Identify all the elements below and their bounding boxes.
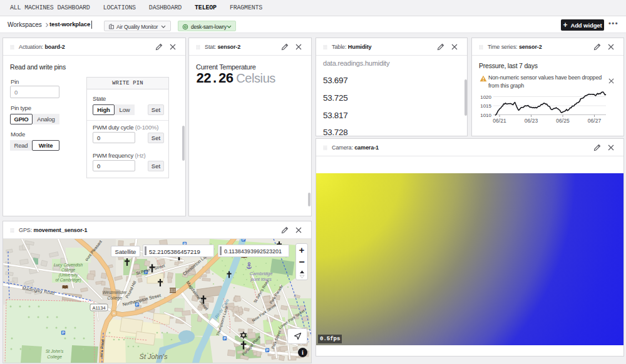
svg-text:College: College xyxy=(107,296,122,301)
svg-text:P: P xyxy=(266,348,269,352)
svg-text:College: College xyxy=(47,355,62,360)
svg-text:Lucy Cavendish: Lucy Cavendish xyxy=(54,263,83,268)
svg-text:St John's: St John's xyxy=(140,353,168,360)
svg-text:06/25: 06/25 xyxy=(556,118,570,124)
svg-text:06/27: 06/27 xyxy=(588,118,602,124)
svg-text:P: P xyxy=(62,331,64,335)
svg-text:1010: 1010 xyxy=(480,113,491,118)
svg-text:A1134: A1134 xyxy=(92,305,105,311)
svg-text:(University: (University xyxy=(59,273,78,278)
svg-text:punt tours: punt tours xyxy=(250,276,272,282)
svg-text:Westminster: Westminster xyxy=(103,290,127,295)
svg-text:P: P xyxy=(223,336,226,340)
svg-text:College: College xyxy=(61,268,75,273)
svg-text:06/23: 06/23 xyxy=(525,118,538,124)
svg-text:St John's: St John's xyxy=(46,349,64,353)
svg-text:Cambridge: Cambridge xyxy=(250,271,273,276)
svg-text:1020: 1020 xyxy=(480,94,491,100)
svg-text:of Cambridge): of Cambridge) xyxy=(55,278,81,283)
svg-text:1015: 1015 xyxy=(480,103,491,109)
svg-text:06/21: 06/21 xyxy=(493,118,506,124)
svg-text:P: P xyxy=(242,239,245,241)
